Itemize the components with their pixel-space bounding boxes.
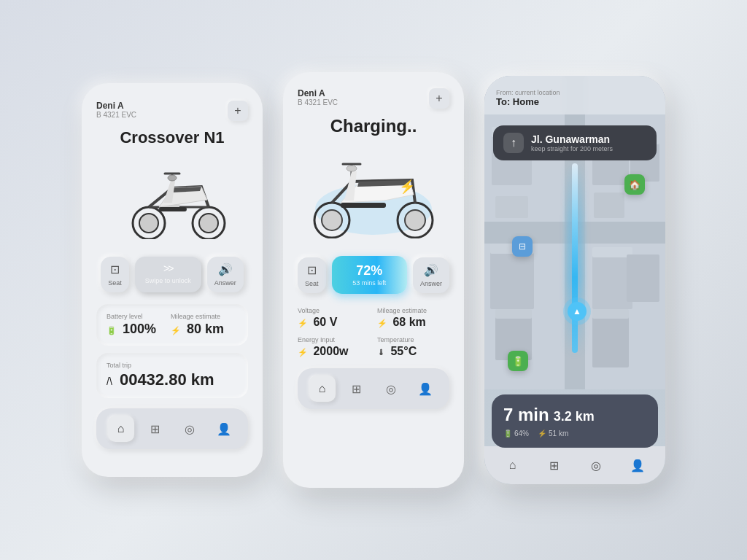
svg-rect-32 <box>495 309 532 319</box>
temp-icon: 🌡 <box>377 348 385 357</box>
nav-clock-2[interactable]: ◎ <box>378 376 404 402</box>
map-stats-row: 🔋 64% ⚡ 51 km <box>503 429 646 438</box>
map-to: To: Home <box>496 96 654 107</box>
svg-text:⚡: ⚡ <box>399 179 416 195</box>
battery-value: 🔋 100% <box>107 322 156 337</box>
seat-label-2: Seat <box>305 280 319 287</box>
nav-user-1[interactable]: 👤 <box>211 416 237 442</box>
bottom-nav-2: ⌂ ⊞ ◎ 👤 <box>298 368 449 409</box>
seat-label: Seat <box>108 279 122 287</box>
svg-point-7 <box>168 175 177 181</box>
energy-label: Energy Input <box>298 336 370 343</box>
svg-rect-34 <box>592 247 632 257</box>
battery-stat: Battery level 🔋 100% <box>107 313 156 337</box>
nav-instruction: keep straight for 200 meters <box>531 145 613 152</box>
map-range-stat: ⚡ 51 km <box>538 429 568 438</box>
detail-grid: Voltage ⚡ 60 V Mileage estimate ⚡ 68 km … <box>298 307 449 358</box>
phone2-header: Deni A B 4321 EVC + <box>298 88 449 109</box>
charging-title: Charging.. <box>298 116 449 136</box>
nav-user-3[interactable]: 👤 <box>624 452 651 478</box>
svg-point-10 <box>322 210 342 230</box>
nav-home-2[interactable]: ⌂ <box>309 376 336 402</box>
phone1-header: Deni A B 4321 EVC + <box>96 101 248 121</box>
nav-user-2[interactable]: 👤 <box>412 376 438 402</box>
nav-map-2[interactable]: ⊞ <box>344 376 370 402</box>
voltage-icon: ⚡ <box>298 319 308 327</box>
trip-card: Total trip /\ 00432.80 km <box>96 353 248 398</box>
user-name: Deni A <box>96 101 136 111</box>
map-bottom-card: 7 min 3.2 km 🔋 64% ⚡ 51 km <box>492 394 658 448</box>
nav-map-3[interactable]: ⊞ <box>541 452 568 478</box>
answer-button[interactable]: 🔊 Answer <box>207 257 244 292</box>
map-from: From: current location <box>496 89 654 96</box>
battery-icon: 🔋 <box>107 326 117 335</box>
map-header: From: current location To: Home <box>484 76 665 114</box>
energy-value: ⚡ 2000w <box>298 345 370 358</box>
svg-point-16 <box>347 166 357 171</box>
svg-rect-15 <box>341 203 386 208</box>
map-pin-waypoint: ⊟ <box>512 236 533 257</box>
user-info-2: Deni A B 4321 EVC <box>298 88 338 106</box>
phones-container: Deni A B 4321 EVC + Crossover N1 <box>67 43 680 517</box>
seat-button[interactable]: ⊡ Seat <box>101 257 129 292</box>
phone-navigation: From: current location To: Home × <box>484 76 665 484</box>
swipe-unlock-button[interactable]: >> Swipe to unlock <box>135 257 201 292</box>
svg-rect-23 <box>495 196 528 218</box>
nav-home-3[interactable]: ⌂ <box>500 452 526 478</box>
mileage-value-2: ⚡ 68 km <box>377 316 449 329</box>
add-button-2[interactable]: + <box>429 88 449 109</box>
trip-icon: /\ <box>107 376 112 387</box>
scooter-svg <box>107 159 238 239</box>
seat-icon-2: ⊡ <box>307 263 317 277</box>
mileage-icon-2: ⚡ <box>377 319 387 327</box>
map-distance: 3.2 km <box>554 409 595 424</box>
current-location-indicator: ▲ <box>568 302 587 321</box>
arrow-up-icon: ↑ <box>511 136 516 149</box>
bottom-nav-1: ⌂ ⊞ ◎ 👤 <box>96 408 248 449</box>
mileage-item: Mileage estimate ⚡ 68 km <box>377 307 449 329</box>
action-buttons: ⊡ Seat >> Swipe to unlock 🔊 Answer <box>96 257 248 292</box>
mileage-label: Mileage estimate <box>171 313 224 320</box>
svg-rect-36 <box>592 316 629 368</box>
answer-label: Answer <box>214 279 236 287</box>
svg-point-1 <box>139 214 158 233</box>
map-container: From: current location To: Home × <box>484 76 665 484</box>
battery-label: Battery level <box>107 313 156 320</box>
route-path <box>572 163 578 353</box>
nav-street: Jl. Gunawarman <box>531 133 613 145</box>
voltage-label: Voltage <box>298 307 370 314</box>
temp-value: 🌡 55°C <box>377 345 449 358</box>
answer-icon: 🔊 <box>218 262 233 276</box>
charge-time-left: 53 mins left <box>342 279 397 287</box>
svg-rect-33 <box>592 254 632 309</box>
svg-point-12 <box>405 210 425 230</box>
map-pin-charging: 🔋 <box>508 351 528 371</box>
voltage-value: ⚡ 60 V <box>298 316 370 329</box>
energy-icon: ⚡ <box>298 348 308 357</box>
phone-charging: Deni A B 4321 EVC + Charging.. <box>283 72 464 488</box>
nav-home-1[interactable]: ⌂ <box>108 416 134 442</box>
add-button[interactable]: + <box>228 101 248 121</box>
nav-direction-arrow: ↑ <box>503 133 524 153</box>
trip-value: /\ 00432.80 km <box>107 370 238 389</box>
vehicle-title: Crossover N1 <box>96 128 248 147</box>
answer-icon-2: 🔊 <box>424 263 438 277</box>
nav-clock-3[interactable]: ◎ <box>583 452 609 478</box>
svg-rect-35 <box>627 254 659 302</box>
mileage-stat: Mileage estimate ⚡ 80 km <box>171 313 224 337</box>
user-info: Deni A B 4321 EVC <box>96 101 136 119</box>
vehicle-id: B 4321 EVC <box>96 111 136 119</box>
charging-actions: ⊡ Seat 72% 53 mins left 🔊 Answer <box>298 256 449 294</box>
seat-button-2[interactable]: ⊡ Seat <box>298 257 326 293</box>
svg-rect-28 <box>594 192 624 218</box>
swipe-label: Swipe to unlock <box>145 277 191 284</box>
charging-scooter-svg: ⚡ <box>304 151 443 238</box>
answer-button-2[interactable]: 🔊 Answer <box>413 257 449 293</box>
nav-clock-1[interactable]: ◎ <box>177 416 203 442</box>
map-time-row: 7 min 3.2 km <box>503 405 646 425</box>
nav-map-1[interactable]: ⊞ <box>142 416 169 442</box>
stats-card: Battery level 🔋 100% Mileage estimate ⚡ … <box>96 304 248 346</box>
energy-item: Energy Input ⚡ 2000w <box>298 336 370 358</box>
svg-rect-29 <box>490 251 534 309</box>
svg-rect-37 <box>592 309 629 319</box>
